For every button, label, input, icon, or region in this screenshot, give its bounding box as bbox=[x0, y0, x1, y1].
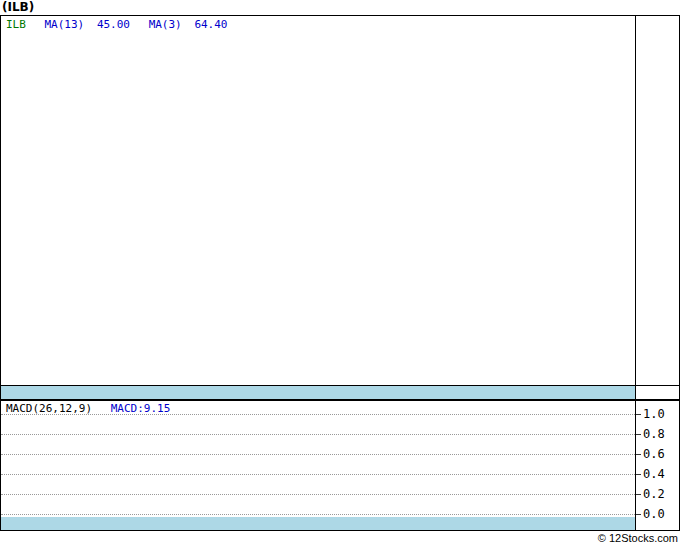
macd-panel: 1.00.80.60.40.20.0 MACD(26,12,9) MACD:9.… bbox=[0, 400, 680, 531]
volume-band bbox=[1, 386, 635, 399]
price-legend: ILB MA(13) 45.00 MA(3) 64.40 bbox=[6, 18, 228, 31]
macd-tick-label: 0.2 bbox=[643, 487, 665, 501]
stock-chart-image: (ILB) ILB MA(13) 45.00 MA(3) 64.40 1.00.… bbox=[0, 0, 680, 546]
ticker-symbol: ILB bbox=[6, 18, 26, 31]
macd-value: MACD:9.15 bbox=[111, 402, 171, 415]
macd-axis-divider bbox=[635, 401, 636, 530]
macd-tick-label: 1.0 bbox=[643, 407, 665, 421]
price-axis-divider bbox=[635, 16, 636, 399]
macd-gridline bbox=[1, 434, 635, 435]
ma13-value: 45.00 bbox=[97, 18, 130, 31]
macd-label: MACD(26,12,9) bbox=[6, 402, 92, 415]
macd-tick-label: 0.4 bbox=[643, 467, 665, 481]
macd-gridline bbox=[1, 514, 635, 515]
ma3-label: MA(3) bbox=[149, 18, 182, 31]
price-panel: ILB MA(13) 45.00 MA(3) 64.40 bbox=[0, 15, 680, 400]
copyright: © 12Stocks.com bbox=[598, 531, 678, 545]
macd-tick-label: 0.8 bbox=[643, 427, 665, 441]
ma13-label: MA(13) bbox=[45, 18, 85, 31]
macd-tick-label: 0.6 bbox=[643, 447, 665, 461]
ma3-value: 64.40 bbox=[194, 18, 227, 31]
page-title: (ILB) bbox=[2, 0, 34, 14]
macd-band bbox=[1, 517, 635, 530]
macd-gridline bbox=[1, 494, 635, 495]
macd-legend: MACD(26,12,9) MACD:9.15 bbox=[6, 402, 170, 415]
macd-gridline bbox=[1, 454, 635, 455]
macd-gridline bbox=[1, 474, 635, 475]
macd-tick-label: 0.0 bbox=[643, 507, 665, 521]
